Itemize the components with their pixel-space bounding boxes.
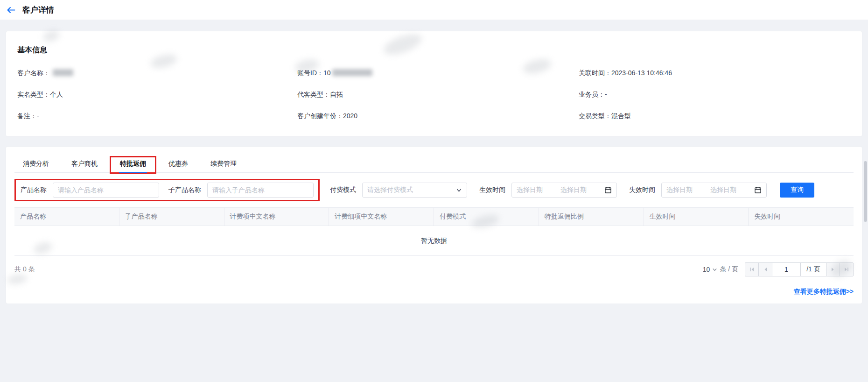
basic-info-grid: 客户名称： 账号ID：10 关联时间：2023-06-13 10:46:46 实… xyxy=(17,69,851,120)
field-realname-type: 实名类型：个人 xyxy=(17,91,297,99)
field-associate-time: 关联时间：2023-06-13 10:46:46 xyxy=(579,69,851,78)
chevron-down-icon xyxy=(456,187,462,193)
field-remark: 备注：- xyxy=(17,112,297,120)
page-count: /1 页 xyxy=(800,262,826,276)
effective-time-daterange[interactable]: 选择日期 选择日期 xyxy=(511,183,617,198)
field-customer-name: 客户名称： xyxy=(17,69,297,78)
back-arrow-icon[interactable] xyxy=(7,7,15,14)
table-footer: 共 0 条 10 条 / 页 /1 页 xyxy=(14,262,854,276)
pay-mode-select[interactable]: 请选择付费模式 xyxy=(362,183,467,198)
col-product-name: 产品名称 xyxy=(14,208,119,226)
redacted-value xyxy=(332,69,372,76)
tab-bar: 消费分析 客户商机 特批返佣 优惠券 续费管理 xyxy=(14,147,854,173)
page-number-input[interactable] xyxy=(772,262,801,276)
search-button[interactable]: 查询 xyxy=(780,183,814,198)
col-rebate-ratio: 特批返佣比例 xyxy=(539,208,644,226)
top-bar: 客户详情 xyxy=(0,0,868,20)
product-name-label: 产品名称 xyxy=(21,186,47,194)
col-billing-item: 计费项中文名称 xyxy=(224,208,329,226)
field-trade-type: 交易类型：混合型 xyxy=(579,112,851,120)
filter-expire-time: 失效时间 选择日期 选择日期 xyxy=(629,183,767,198)
calendar-icon xyxy=(604,186,612,194)
expire-time-label: 失效时间 xyxy=(629,186,655,194)
tab-coupon[interactable]: 优惠券 xyxy=(168,159,189,172)
page-size-select[interactable]: 10 条 / 页 xyxy=(703,265,738,274)
effective-time-label: 生效时间 xyxy=(479,186,505,194)
product-name-input[interactable] xyxy=(53,183,159,198)
col-pay-mode: 付费模式 xyxy=(434,208,539,226)
tab-customer-opportunity[interactable]: 客户商机 xyxy=(70,159,98,172)
redacted-value xyxy=(53,69,73,76)
basic-info-title: 基本信息 xyxy=(17,45,851,55)
calendar-icon xyxy=(754,186,762,194)
filter-sub-product-name: 子产品名称 xyxy=(168,183,314,198)
detail-card: 消费分析 客户商机 特批返佣 优惠券 续费管理 产品名称 子产品名称 xyxy=(6,146,862,304)
vertical-scrollbar[interactable] xyxy=(864,161,867,222)
filter-effective-time: 生效时间 选择日期 选择日期 xyxy=(479,183,617,198)
next-page-icon[interactable] xyxy=(826,262,840,276)
chevron-down-icon xyxy=(712,267,717,272)
table-header-row: 产品名称 子产品名称 计费项中文名称 计费细项中文名称 付费模式 特批返佣比例 … xyxy=(14,207,854,226)
col-sub-product-name: 子产品名称 xyxy=(119,208,224,226)
basic-info-card: 基本信息 客户名称： 账号ID：10 关联时间：2023-06-13 10:46… xyxy=(6,31,862,137)
col-billing-subitem: 计费细项中文名称 xyxy=(329,208,434,226)
page-title: 客户详情 xyxy=(22,5,54,15)
pager: /1 页 xyxy=(745,262,854,276)
more-link-row: 查看更多特批返佣>> xyxy=(14,288,854,296)
rebate-table: 产品名称 子产品名称 计费项中文名称 计费细项中文名称 付费模式 特批返佣比例 … xyxy=(14,207,854,256)
sub-product-name-input[interactable] xyxy=(207,183,314,198)
expire-time-daterange[interactable]: 选择日期 选择日期 xyxy=(661,183,767,198)
col-effective-time: 生效时间 xyxy=(644,208,749,226)
last-page-icon[interactable] xyxy=(840,262,854,276)
filter-bar: 产品名称 子产品名称 付费模式 请选择付费模式 生 xyxy=(14,179,854,201)
field-create-year: 客户创建年份：2020 xyxy=(297,112,579,120)
col-expire-time: 失效时间 xyxy=(749,208,854,226)
sub-product-name-label: 子产品名称 xyxy=(168,186,201,194)
pagination: 10 条 / 页 /1 页 xyxy=(703,262,854,276)
table-empty-state: 暂无数据 xyxy=(14,226,854,256)
first-page-icon[interactable] xyxy=(745,262,759,276)
tab-special-rebate[interactable]: 特批返佣 xyxy=(119,159,147,172)
field-agent-type: 代客类型：自拓 xyxy=(297,91,579,99)
tab-renewal-management[interactable]: 续费管理 xyxy=(210,159,238,172)
filter-pay-mode: 付费模式 请选择付费模式 xyxy=(330,183,467,198)
view-more-rebates-link[interactable]: 查看更多特批返佣>> xyxy=(794,288,854,295)
prev-page-icon[interactable] xyxy=(758,262,772,276)
filter-product-name: 产品名称 xyxy=(21,183,159,198)
tab-consumption-analysis[interactable]: 消费分析 xyxy=(22,159,50,172)
field-salesman: 业务员：- xyxy=(579,91,851,99)
field-account-id: 账号ID：10 xyxy=(297,69,579,78)
annotation-box-filters: 产品名称 子产品名称 xyxy=(14,179,320,201)
pay-mode-label: 付费模式 xyxy=(330,186,356,194)
total-count: 共 0 条 xyxy=(14,265,35,274)
